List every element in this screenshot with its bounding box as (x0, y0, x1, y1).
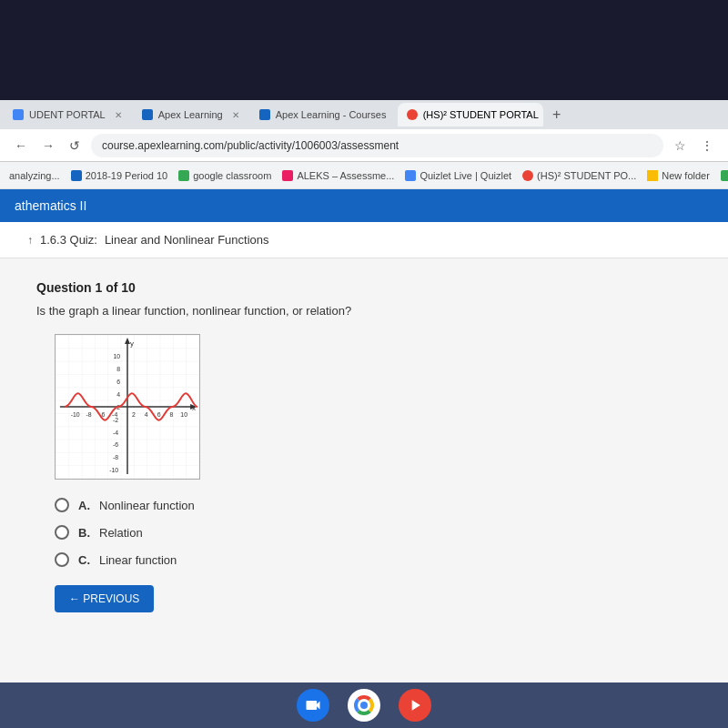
svg-text:-8: -8 (113, 454, 118, 460)
options-container: A. Nonlinear function B. Relation C. Lin… (55, 498, 692, 567)
graph-svg: y x 10 8 6 4 2 -2 -4 -6 -8 -10 -10 -8 -6… (56, 335, 199, 479)
option-c-letter: C. (78, 553, 90, 567)
tab-icon-apex (142, 109, 153, 120)
option-a-letter: A. (78, 499, 90, 512)
svg-text:6: 6 (116, 379, 120, 385)
bookmark-quizlet-label: Quizlet Live | Quizlet (420, 170, 511, 181)
svg-text:8: 8 (169, 411, 173, 418)
tab-apex-learning[interactable]: Apex Learning ✕ (133, 103, 248, 126)
option-c-row[interactable]: C. Linear function (55, 552, 692, 567)
graph-container: y x 10 8 6 4 2 -2 -4 -6 -8 -10 -10 -8 -6… (55, 334, 200, 480)
tab-label-courses: Apex Learning - Courses (276, 109, 387, 120)
chrome-center (360, 702, 368, 709)
app-header: athematics II (0, 189, 728, 222)
play-taskbar-icon[interactable] (399, 689, 431, 722)
bookmark-analyzing[interactable]: analyzing... (9, 170, 60, 181)
app-title: athematics II (15, 198, 86, 213)
tab-icon-portal (13, 109, 24, 120)
tab-icon-courses (259, 109, 270, 120)
option-c-radio[interactable] (55, 552, 69, 567)
svg-text:-6: -6 (113, 441, 118, 448)
quiz-breadcrumb: 1.6.3 Quiz: (40, 233, 97, 247)
chrome-ring (354, 695, 374, 715)
bookmark-classroom[interactable]: google classroom (178, 170, 271, 181)
bookmark-period10-icon (71, 170, 82, 181)
svg-text:2: 2 (132, 411, 136, 418)
desktop-background (0, 0, 728, 100)
option-a-text: Nonlinear function (99, 499, 195, 512)
bookmark-folder-label: New folder (662, 170, 710, 181)
bookmark-quizlet[interactable]: Quizlet Live | Quizlet (405, 170, 511, 181)
question-label: Question 1 of 10 (36, 280, 692, 295)
menu-button[interactable]: ⋮ (697, 136, 717, 155)
bookmark-hs-icon (522, 170, 533, 181)
option-b-letter: B. (78, 526, 90, 540)
previous-button[interactable]: ← PREVIOUS (55, 585, 154, 612)
back-button[interactable]: ← (11, 136, 31, 155)
svg-text:y: y (130, 339, 134, 348)
tab-close-apex[interactable]: ✕ (232, 110, 239, 120)
tab-student-portal[interactable]: UDENT PORTAL ✕ (4, 103, 131, 126)
bookmark-button[interactable]: ☆ (671, 136, 690, 155)
svg-text:10: 10 (113, 353, 120, 359)
bookmark-analyzing-label: analyzing... (9, 170, 60, 181)
bookmark-hs-label: (HS)² STUDENT PO... (537, 170, 636, 181)
bookmark-drive[interactable]: Google Drive (721, 170, 728, 181)
tab-icon-hs (407, 109, 418, 120)
bookmark-aleks-icon (282, 170, 293, 181)
bookmark-new-folder[interactable]: New folder (647, 170, 710, 181)
bookmarks-bar: analyzing... 2018-19 Period 10 google cl… (0, 162, 728, 189)
svg-text:-8: -8 (86, 411, 91, 418)
option-c-text: Linear function (99, 553, 177, 567)
new-tab-button[interactable]: + (545, 103, 569, 126)
address-bar: ← → ↺ ☆ ⋮ (0, 129, 728, 162)
tab-label-portal: UDENT PORTAL (29, 109, 106, 120)
upload-icon: ↑ (27, 234, 33, 247)
bookmark-drive-icon (721, 170, 728, 181)
reload-button[interactable]: ↺ (66, 136, 84, 155)
tab-bar: UDENT PORTAL ✕ Apex Learning ✕ Apex Lear… (0, 100, 728, 129)
bookmark-classroom-icon (178, 170, 189, 181)
svg-text:10: 10 (180, 411, 187, 418)
bookmark-period10-label: 2018-19 Period 10 (86, 170, 168, 181)
forward-button[interactable]: → (38, 136, 58, 155)
bookmark-hs-portal[interactable]: (HS)² STUDENT PO... (522, 170, 636, 181)
svg-text:4: 4 (145, 411, 148, 418)
chrome-taskbar-icon[interactable] (348, 689, 380, 722)
quiz-header-title: Linear and Nonlinear Functions (105, 233, 269, 247)
taskbar (0, 682, 728, 728)
svg-text:-10: -10 (71, 411, 80, 418)
option-a-radio[interactable] (55, 498, 69, 512)
tab-apex-courses[interactable]: Apex Learning - Courses ✕ (250, 103, 396, 126)
bookmark-period10[interactable]: 2018-19 Period 10 (71, 170, 168, 181)
main-content: Question 1 of 10 Is the graph a linear f… (0, 258, 728, 710)
option-a-row[interactable]: A. Nonlinear function (55, 498, 692, 512)
svg-text:-10: -10 (109, 467, 118, 473)
bookmark-quizlet-icon (405, 170, 416, 181)
svg-text:-4: -4 (113, 430, 118, 436)
option-b-row[interactable]: B. Relation (55, 525, 692, 540)
tab-label-apex: Apex Learning (158, 109, 223, 120)
quiz-header: ↑ 1.6.3 Quiz: Linear and Nonlinear Funct… (0, 222, 728, 258)
tab-label-hs: (HS)² STUDENT PORTAL (423, 109, 539, 120)
tab-hs-portal[interactable]: (HS)² STUDENT PORTAL ✕ (398, 103, 543, 126)
bookmark-classroom-label: google classroom (193, 170, 271, 181)
camera-taskbar-icon[interactable] (297, 689, 329, 722)
svg-text:6: 6 (157, 411, 161, 418)
bookmark-folder-icon (647, 170, 658, 181)
option-b-radio[interactable] (55, 525, 69, 540)
browser-window: UDENT PORTAL ✕ Apex Learning ✕ Apex Lear… (0, 100, 728, 728)
bookmark-aleks[interactable]: ALEKS – Assessme... (282, 170, 394, 181)
bookmark-aleks-label: ALEKS – Assessme... (297, 170, 394, 181)
address-input[interactable] (91, 134, 663, 157)
option-b-text: Relation (99, 526, 143, 540)
svg-text:4: 4 (116, 391, 120, 398)
question-text: Is the graph a linear function, nonlinea… (36, 304, 692, 318)
svg-text:8: 8 (116, 366, 120, 372)
tab-close-portal[interactable]: ✕ (115, 110, 122, 120)
